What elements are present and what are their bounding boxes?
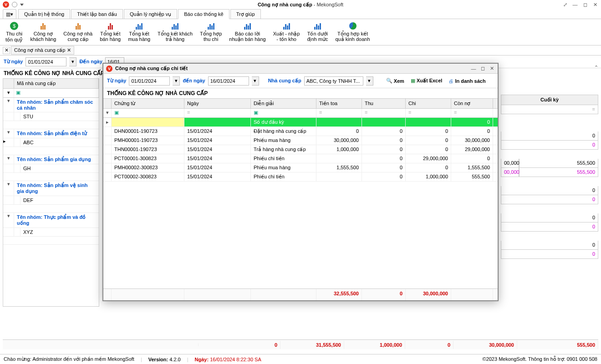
maximize-button[interactable]: ◻ [582, 2, 588, 7]
collapse-ribbon-icon[interactable]: ⤢ [562, 2, 568, 7]
col-chi[interactable]: Chi [406, 99, 451, 108]
ribbon-icon [281, 22, 292, 30]
menu-tab[interactable]: Thiết lập ban đầu [71, 9, 123, 19]
dlg-from-label: Từ ngày [107, 78, 126, 84]
group-header[interactable]: ▾Tên nhóm: Sản phẩm điện tử [3, 129, 99, 138]
detail-row[interactable]: PCT00002-30082315/01/2024Phiếu chi tiền0… [103, 172, 498, 182]
group-header[interactable]: ▾Tên nhóm: Sản phẩm chăm sóc cá nhân [3, 98, 99, 112]
export-excel-button[interactable]: ▦Xuất Excel [409, 77, 444, 85]
ribbon-button[interactable]: $Thu chitồn quỹ [3, 21, 25, 43]
col-chungtu[interactable]: Chứng từ [112, 99, 184, 108]
from-dropdown[interactable]: ▾ [69, 57, 76, 66]
menu-tab[interactable]: Quản lý nghiệp vụ [124, 9, 177, 19]
supplier-row[interactable]: GH [3, 164, 99, 173]
ribbon-button[interactable]: Tổng kếtbán hàng [97, 21, 123, 43]
app-logo: V [3, 1, 9, 8]
dialog-title: Công nợ nhà cung cấp chi tiết [115, 66, 188, 71]
ribbon-icon [170, 22, 181, 30]
col-ngay[interactable]: Ngày [184, 99, 251, 108]
col-thu[interactable]: Thu [362, 99, 406, 108]
ribbon-icon [105, 22, 116, 30]
dialog-close[interactable]: ✕ [489, 66, 495, 71]
ribbon-button[interactable]: Tồn dướiđịnh mức [304, 21, 331, 43]
ribbon-button[interactable]: Tổng kết kháchtrả hàng [155, 21, 195, 43]
menu-tab[interactable]: Trợ giúp [230, 9, 261, 19]
dialog-minimize[interactable]: — [470, 66, 477, 71]
tab-close-icon[interactable]: ✕ [67, 47, 71, 53]
ribbon-button[interactable]: Tổng hợpthu chi [197, 21, 224, 43]
group-header[interactable]: ▾Tên nhóm: Thực phẩm và đồ uống [3, 213, 99, 228]
detail-row[interactable]: PMH00001-19072315/01/2024Phiếu mua hàng3… [103, 136, 498, 145]
view-toggle[interactable]: ▥▾ [3, 9, 16, 19]
opening-balance-row: ▸ Số dư đầu kỳ 0 [103, 118, 498, 127]
grid-filter-row[interactable]: ▾ ▣ [3, 89, 99, 98]
from-label: Từ ngày [4, 59, 23, 65]
close-button[interactable]: ✕ [592, 2, 598, 7]
dialog-titlebar: V Công nợ nhà cung cấp chi tiết — ◻ ✕ [103, 64, 498, 74]
detail-filter-row[interactable]: ▾ ▣ = ▣ = = = = [103, 109, 498, 118]
ribbon-icon [38, 22, 49, 30]
ribbon: $Thu chitồn quỹCông nợkhách hàngCông nợ … [0, 19, 601, 46]
titlebar: V Công nợ nhà cung cấp - MekongSoft ⤢ — … [0, 0, 601, 9]
ribbon-button[interactable]: Công nợ nhàcung cấp [61, 21, 95, 43]
quick-dropdown-icon[interactable] [20, 4, 24, 6]
ribbon-button[interactable]: Tổng hợp kếtquả kinh doanh [332, 21, 372, 43]
ribbon-icon [347, 22, 358, 30]
print-icon: 🖨 [448, 78, 453, 84]
ribbon-button[interactable]: Tổng kếtmua hàng [125, 21, 153, 43]
group-header[interactable]: ▾Tên nhóm: Sản phẩm gia dụng [3, 155, 99, 164]
detail-row[interactable]: PCT00001-30082315/01/2024Phiếu chi tiền0… [103, 154, 498, 163]
col-supplier-code[interactable]: Mã nhà cung cấp [14, 79, 99, 88]
menu-tab[interactable]: Quản trị hệ thống [18, 9, 70, 19]
ribbon-icon [134, 22, 145, 30]
ribbon-icon [205, 22, 216, 30]
supplier-row[interactable]: DEF [3, 196, 99, 205]
col-diengiai[interactable]: Diễn giải [251, 99, 316, 108]
dialog-toolbar: Từ ngày ▾ đến ngày ▾ Nhà cung cấp ABC, C… [103, 74, 498, 88]
to-label: Đến ngày [79, 59, 102, 65]
close-all-tabs[interactable]: ✕ [3, 47, 10, 54]
dialog-totals: 32,555,500 0 30,000,000 [103, 288, 498, 300]
summary-totals: 0 31,555,500 1,000,000 0 30,000,000 555,… [3, 339, 598, 349]
menubar: ▥▾ Quản trị hệ thốngThiết lập ban đầuQuả… [0, 9, 601, 19]
menu-tab[interactable]: Báo cáo thống kê [178, 9, 229, 19]
ribbon-button[interactable]: Xuất - nhập- tồn kho [270, 21, 303, 43]
print-button[interactable]: 🖨In danh sách [447, 77, 487, 85]
excel-icon: ▦ [411, 78, 415, 84]
right-summary: Cuối kỳ = 0 0 00,000555,500 00,000555,50… [501, 95, 598, 259]
col-cuoi-ky[interactable]: Cuối kỳ [501, 95, 598, 105]
dialog-maximize[interactable]: ◻ [479, 66, 486, 71]
dlg-to-drop[interactable]: ▾ [252, 76, 259, 86]
supplier-row[interactable]: STU [3, 112, 99, 121]
ribbon-button[interactable]: Công nợkhách hàng [27, 21, 59, 43]
supplier-combo[interactable]: ABC, Công ty TNHH T... [304, 76, 363, 86]
search-icon: 🔍 [386, 78, 392, 84]
group-header[interactable]: ▾Tên nhóm: Sản phẩm vệ sinh gia dụng [3, 181, 99, 196]
dlg-from-input[interactable] [129, 76, 170, 86]
detail-row[interactable]: DHN00001-19072315/01/2024Đặt hàng nhà cu… [103, 127, 498, 136]
supplier-row[interactable]: ▸ABC [3, 138, 99, 147]
ribbon-button[interactable]: Báo cáo lờinhuận bán hàng [226, 21, 268, 43]
ribbon-icon: $ [9, 22, 20, 30]
view-button[interactable]: 🔍Xem [384, 77, 406, 85]
detail-row[interactable]: PMH00002-30082315/01/2024Phiếu mua hàng1… [103, 163, 498, 172]
supplier-drop[interactable]: ▾ [366, 76, 373, 86]
dlg-supplier-label: Nhà cung cấp [268, 78, 301, 84]
doc-tab[interactable]: Công nợ nhà cung cấp ✕ [11, 46, 74, 55]
dlg-from-drop[interactable]: ▾ [173, 76, 180, 86]
collapse-icon[interactable]: ⌃ [594, 65, 598, 71]
supplier-row[interactable]: XYZ [3, 228, 99, 237]
detail-header: Chứng từ Ngày Diễn giải Tiền toa Thu Chi… [103, 98, 498, 109]
quick-access-icon[interactable] [12, 2, 17, 7]
detail-row[interactable]: THN00001-19072315/01/2024Trả hàng nhà cu… [103, 145, 498, 154]
dlg-to-input[interactable] [208, 76, 249, 86]
minimize-button[interactable]: — [572, 2, 578, 7]
ribbon-icon [312, 22, 323, 30]
from-date-input[interactable] [25, 57, 66, 66]
supplier-grid: Mã nhà cung cấp ▾ ▣ ▾Tên nhóm: Sản phẩm … [3, 78, 99, 307]
col-conno[interactable]: Còn nợ [451, 99, 493, 108]
window-title: Công nợ nhà cung cấp - MekongSoft [258, 2, 343, 8]
status-welcome: Chào mừng: Administrator đến với phần mề… [4, 356, 134, 362]
col-tientoa[interactable]: Tiền toa [316, 99, 362, 108]
detail-dialog: V Công nợ nhà cung cấp chi tiết — ◻ ✕ Từ… [102, 63, 499, 301]
